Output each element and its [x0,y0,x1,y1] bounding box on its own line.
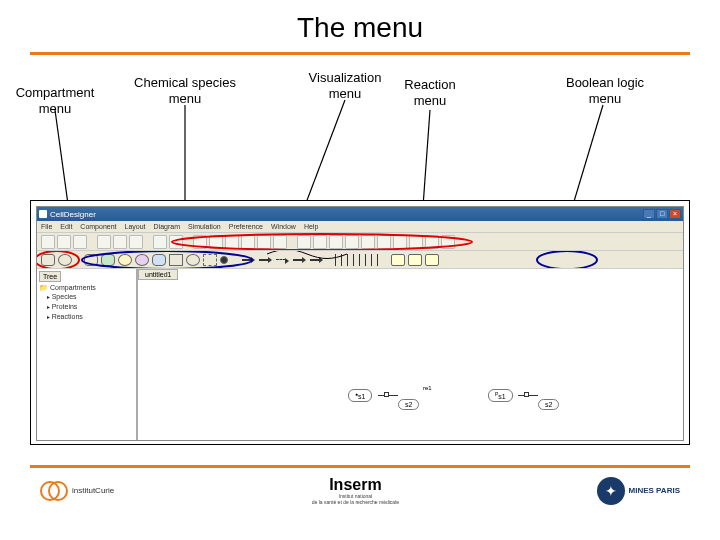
menu-preference[interactable]: Preference [229,223,263,230]
tb-icon[interactable] [409,235,423,249]
reaction-dashed-icon[interactable] [276,259,286,260]
tb-new-icon[interactable] [41,235,55,249]
tb-icon[interactable] [329,235,343,249]
node-s1[interactable]: ●s1 [348,389,372,402]
tb-redo-icon[interactable] [169,235,183,249]
menu-component[interactable]: Component [80,223,116,230]
window-controls: _ □ × [643,209,681,219]
catalysis-icon[interactable] [335,254,336,266]
species-icon[interactable] [135,254,149,266]
modulation-icon[interactable] [377,254,378,266]
tb-icon[interactable] [257,235,271,249]
species-icon[interactable] [186,254,200,266]
svg-point-8 [537,251,597,268]
tree-tab[interactable]: Tree [39,271,61,282]
curie-text: institutCurie [72,486,114,495]
node-s2[interactable]: s2 [398,399,419,410]
workspace: Tree 📁 Compartments Species Proteins Rea… [37,269,683,440]
close-button[interactable]: × [669,209,681,219]
tb-icon[interactable] [297,235,311,249]
boolean-not-icon[interactable] [425,254,439,266]
label-compartment: Compartmentmenu [10,85,100,116]
tb-icon[interactable] [225,235,239,249]
modulation-icon[interactable] [371,254,372,266]
tree-root[interactable]: 📁 Compartments [39,284,134,292]
tree-item[interactable]: Reactions [39,312,134,322]
titlebar: CellDesigner _ □ × [37,207,683,221]
mines-text: MINES PARIS [629,486,680,495]
reaction-arrow-icon[interactable] [242,259,252,261]
tb-icon[interactable] [393,235,407,249]
reaction-box[interactable] [524,392,529,397]
species-icon[interactable] [84,254,98,266]
node-s1b[interactable]: Ps1 [488,389,513,402]
modulation-icon[interactable] [365,254,366,266]
compartment-oval-icon[interactable] [58,254,72,266]
mines-circle-icon: ✦ [597,477,625,505]
tb-copy-icon[interactable] [113,235,127,249]
menu-edit[interactable]: Edit [60,223,72,230]
species-icon[interactable] [203,254,217,266]
modulation-icon[interactable] [359,254,360,266]
node-s2b[interactable]: s2 [538,399,559,410]
tb-paste-icon[interactable] [129,235,143,249]
trigger-icon[interactable] [353,254,354,266]
tree-item[interactable]: Species [39,292,134,302]
tb-icon[interactable] [273,235,287,249]
tb-icon[interactable] [377,235,391,249]
menu-help[interactable]: Help [304,223,318,230]
maximize-button[interactable]: □ [656,209,668,219]
app-title: CellDesigner [50,210,96,219]
tb-cut-icon[interactable] [97,235,111,249]
logos-row: institutCurie Inserm Institut nationalde… [0,476,720,505]
minimize-button[interactable]: _ [643,209,655,219]
tb-icon[interactable] [241,235,255,249]
menu-window[interactable]: Window [271,223,296,230]
tb-icon[interactable] [193,235,207,249]
label-reaction: Reactionmenu [395,77,465,108]
canvas-area[interactable]: untitled1 ●s1 s2 re1 Ps1 s2 [137,269,683,440]
inhibition-icon[interactable] [341,254,342,266]
logo-inserm: Inserm Institut nationalde la santé et d… [312,476,399,505]
tb-icon[interactable] [313,235,327,249]
reaction-arrow-icon[interactable] [310,259,320,261]
menu-layout[interactable]: Layout [125,223,146,230]
logo-curie: institutCurie [40,479,114,503]
menu-simulation[interactable]: Simulation [188,223,221,230]
species-icon[interactable] [101,254,115,266]
tree-item[interactable]: Proteins [39,302,134,312]
boolean-or-icon[interactable] [408,254,422,266]
menu-diagram[interactable]: Diagram [154,223,180,230]
app-window: CellDesigner _ □ × File Edit Component L… [36,206,684,441]
modulation-icon[interactable] [347,254,348,266]
species-icon[interactable] [118,254,132,266]
species-icon[interactable] [169,254,183,266]
logo-mines: ✦ MINES PARIS [597,477,680,505]
canvas-tab[interactable]: untitled1 [138,269,178,280]
compartment-icon[interactable] [41,254,55,266]
reaction-box[interactable] [384,392,389,397]
footer-line [30,465,690,468]
species-deg-icon[interactable] [220,256,228,264]
app-icon [39,210,47,218]
menu-file[interactable]: File [41,223,52,230]
reaction-arrow-icon[interactable] [259,259,269,261]
label-visualization: Visualizationmenu [300,70,390,101]
footer: institutCurie Inserm Institut nationalde… [0,465,720,540]
inserm-subtitle: Institut nationalde la santé et de la re… [312,494,399,505]
tb-undo-icon[interactable] [153,235,167,249]
tb-open-icon[interactable] [57,235,71,249]
species-icon[interactable] [152,254,166,266]
tb-icon[interactable] [441,235,455,249]
boolean-and-icon[interactable] [391,254,405,266]
tb-icon[interactable] [209,235,223,249]
tb-icon[interactable] [345,235,359,249]
curie-rings-icon [40,479,68,503]
tb-icon[interactable] [425,235,439,249]
reaction-arrow-icon[interactable] [293,259,303,261]
tb-save-icon[interactable] [73,235,87,249]
tb-icon[interactable] [361,235,375,249]
annotations-row2 [37,251,683,268]
menubar: File Edit Component Layout Diagram Simul… [37,221,683,233]
label-boolean: Boolean logicmenu [555,75,655,106]
